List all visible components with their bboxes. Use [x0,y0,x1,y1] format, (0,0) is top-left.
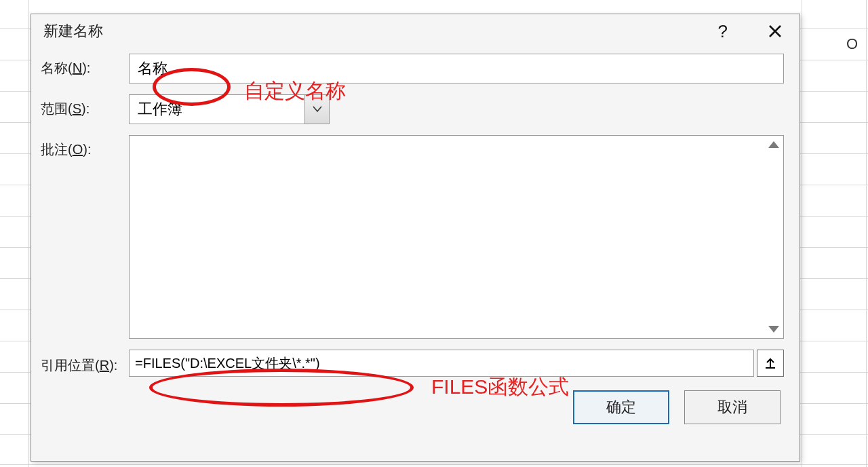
chevron-down-icon [313,106,322,113]
comment-textarea[interactable] [129,135,784,339]
scope-dropdown-button[interactable] [305,94,330,124]
label-name: 名称(N): [41,54,129,77]
help-button[interactable]: ? [711,20,734,43]
close-icon [768,24,782,38]
column-header-o: O [846,35,858,53]
row-comment: 批注(O): [41,135,790,339]
label-comment: 批注(O): [41,135,129,159]
dialog-titlebar: 新建名称 ? [31,14,800,48]
row-reference: 引用位置(R): [41,350,790,377]
dialog-button-row: 确定 取消 [41,377,790,424]
label-reference: 引用位置(R): [41,352,129,375]
scope-value: 工作簿 [129,94,305,124]
scroll-up-icon [768,140,780,149]
dialog-title: 新建名称 [43,21,711,41]
scroll-down-icon [768,324,780,334]
row-scope: 范围(S): 工作簿 [41,94,790,124]
comment-scrollbar[interactable] [764,136,783,338]
scope-select[interactable]: 工作簿 [129,94,330,124]
collapse-dialog-button[interactable] [757,350,784,377]
name-input[interactable] [129,54,784,83]
label-scope: 范围(S): [41,94,129,118]
svg-rect-0 [766,367,775,369]
ok-button[interactable]: 确定 [573,390,669,424]
cancel-button[interactable]: 取消 [684,390,781,424]
close-button[interactable] [762,22,789,41]
row-name: 名称(N): [41,54,790,83]
collapse-icon [764,357,776,369]
new-name-dialog: 新建名称 ? 名称(N): 范围(S): 工作簿 [31,14,800,462]
reference-input[interactable] [129,350,754,377]
